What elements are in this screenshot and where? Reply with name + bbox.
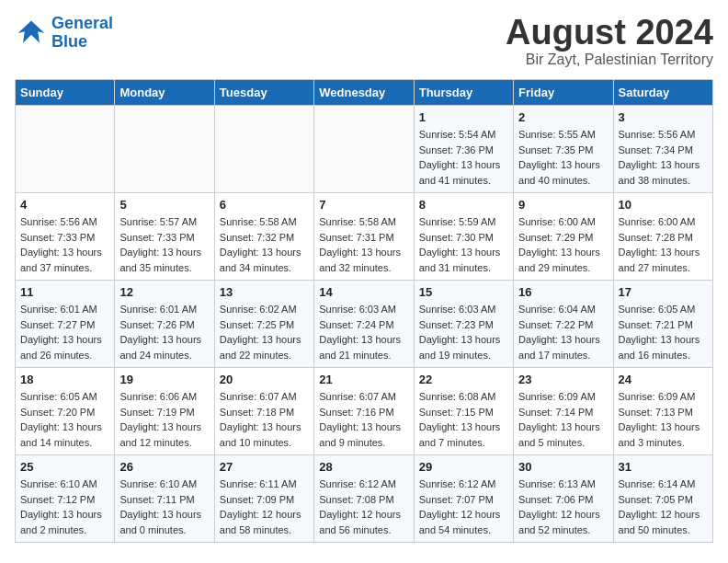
logo-line2: Blue [51,32,87,51]
cell-info: Sunrise: 5:58 AM Sunset: 7:32 PM Dayligh… [220,214,309,275]
cell-day-number: 18 [20,373,109,386]
cell-info: Sunrise: 6:02 AM Sunset: 7:25 PM Dayligh… [220,302,309,362]
logo: General Blue [15,15,113,52]
calendar-cell [115,106,214,193]
calendar-cell: 6Sunrise: 5:58 AM Sunset: 7:32 PM Daylig… [214,193,313,281]
day-header-saturday: Saturday [613,80,712,106]
calendar-cell: 16Sunrise: 6:04 AM Sunset: 7:22 PM Dayli… [514,281,613,368]
calendar-cell: 2Sunrise: 5:55 AM Sunset: 7:35 PM Daylig… [514,106,613,193]
cell-info: Sunrise: 6:00 AM Sunset: 7:28 PM Dayligh… [619,214,708,275]
calendar-cell: 27Sunrise: 6:11 AM Sunset: 7:09 PM Dayli… [214,455,313,543]
cell-day-number: 26 [119,460,209,474]
cell-day-number: 29 [419,460,508,474]
cell-info: Sunrise: 5:57 AM Sunset: 7:33 PM Dayligh… [119,214,209,275]
calendar-cell: 18Sunrise: 6:05 AM Sunset: 7:20 PM Dayli… [16,368,115,455]
cell-info: Sunrise: 6:06 AM Sunset: 7:19 PM Dayligh… [119,389,209,450]
cell-day-number: 23 [518,373,608,386]
calendar-cell: 11Sunrise: 6:01 AM Sunset: 7:27 PM Dayli… [16,281,115,368]
calendar-cell: 21Sunrise: 6:07 AM Sunset: 7:16 PM Dayli… [314,368,414,455]
cell-day-number: 1 [419,110,508,124]
calendar-cell: 9Sunrise: 6:00 AM Sunset: 7:29 PM Daylig… [514,193,613,281]
cell-day-number: 3 [619,110,708,124]
cell-info: Sunrise: 5:56 AM Sunset: 7:34 PM Dayligh… [619,127,708,188]
cell-day-number: 5 [119,198,209,212]
cell-info: Sunrise: 5:54 AM Sunset: 7:36 PM Dayligh… [419,127,508,188]
cell-day-number: 15 [419,285,508,299]
calendar-table: SundayMondayTuesdayWednesdayThursdayFrid… [15,79,713,543]
cell-day-number: 4 [20,198,109,212]
calendar-cell: 17Sunrise: 6:05 AM Sunset: 7:21 PM Dayli… [613,281,712,368]
cell-day-number: 6 [220,198,309,212]
cell-day-number: 8 [419,198,508,212]
calendar-cell: 13Sunrise: 6:02 AM Sunset: 7:25 PM Dayli… [214,281,313,368]
cell-day-number: 7 [319,198,408,212]
cell-day-number: 25 [20,460,109,474]
cell-info: Sunrise: 6:10 AM Sunset: 7:12 PM Dayligh… [20,477,109,537]
calendar-cell: 10Sunrise: 6:00 AM Sunset: 7:28 PM Dayli… [613,193,712,281]
calendar-cell: 28Sunrise: 6:12 AM Sunset: 7:08 PM Dayli… [314,455,414,543]
title-block: August 2024 Bir Zayt, Palestinian Territ… [506,15,713,68]
logo-icon [15,17,48,50]
cell-info: Sunrise: 6:09 AM Sunset: 7:13 PM Dayligh… [619,389,708,450]
day-header-monday: Monday [115,80,214,106]
cell-day-number: 14 [319,285,408,299]
calendar-cell: 20Sunrise: 6:07 AM Sunset: 7:18 PM Dayli… [214,368,313,455]
cell-info: Sunrise: 6:00 AM Sunset: 7:29 PM Dayligh… [518,214,608,275]
calendar-cell: 15Sunrise: 6:03 AM Sunset: 7:23 PM Dayli… [414,281,513,368]
calendar-cell: 22Sunrise: 6:08 AM Sunset: 7:15 PM Dayli… [414,368,513,455]
day-header-sunday: Sunday [16,80,115,106]
calendar-week-row: 18Sunrise: 6:05 AM Sunset: 7:20 PM Dayli… [16,368,713,455]
cell-info: Sunrise: 5:58 AM Sunset: 7:31 PM Dayligh… [319,214,408,275]
calendar-week-row: 1Sunrise: 5:54 AM Sunset: 7:36 PM Daylig… [16,106,713,193]
cell-day-number: 20 [220,373,309,386]
day-header-tuesday: Tuesday [214,80,313,106]
cell-info: Sunrise: 5:56 AM Sunset: 7:33 PM Dayligh… [20,214,109,275]
cell-day-number: 11 [20,285,109,299]
cell-day-number: 13 [220,285,309,299]
cell-day-number: 24 [619,373,708,386]
cell-info: Sunrise: 6:07 AM Sunset: 7:16 PM Dayligh… [319,389,408,450]
cell-info: Sunrise: 6:10 AM Sunset: 7:11 PM Dayligh… [119,477,209,537]
calendar-cell: 12Sunrise: 6:01 AM Sunset: 7:26 PM Dayli… [115,281,214,368]
cell-info: Sunrise: 5:59 AM Sunset: 7:30 PM Dayligh… [419,214,508,275]
calendar-cell [314,106,414,193]
calendar-week-row: 11Sunrise: 6:01 AM Sunset: 7:27 PM Dayli… [16,281,713,368]
logo-line1: General [51,14,113,32]
cell-day-number: 22 [419,373,508,386]
cell-info: Sunrise: 6:09 AM Sunset: 7:14 PM Dayligh… [518,389,608,450]
cell-day-number: 2 [518,110,608,124]
cell-day-number: 31 [619,460,708,474]
cell-info: Sunrise: 6:08 AM Sunset: 7:15 PM Dayligh… [419,389,508,450]
cell-info: Sunrise: 6:11 AM Sunset: 7:09 PM Dayligh… [220,477,309,537]
cell-info: Sunrise: 6:05 AM Sunset: 7:20 PM Dayligh… [20,389,109,450]
cell-day-number: 19 [119,373,209,386]
calendar-cell: 14Sunrise: 6:03 AM Sunset: 7:24 PM Dayli… [314,281,414,368]
main-title: August 2024 [506,15,713,50]
cell-info: Sunrise: 6:12 AM Sunset: 7:07 PM Dayligh… [419,477,508,537]
day-header-thursday: Thursday [414,80,513,106]
calendar-cell: 3Sunrise: 5:56 AM Sunset: 7:34 PM Daylig… [613,106,712,193]
calendar-cell: 26Sunrise: 6:10 AM Sunset: 7:11 PM Dayli… [115,455,214,543]
cell-info: Sunrise: 6:03 AM Sunset: 7:24 PM Dayligh… [319,302,408,362]
calendar-cell: 23Sunrise: 6:09 AM Sunset: 7:14 PM Dayli… [514,368,613,455]
cell-info: Sunrise: 6:01 AM Sunset: 7:27 PM Dayligh… [20,302,109,362]
cell-info: Sunrise: 6:14 AM Sunset: 7:05 PM Dayligh… [619,477,708,537]
cell-day-number: 27 [220,460,309,474]
cell-info: Sunrise: 6:13 AM Sunset: 7:06 PM Dayligh… [518,477,608,537]
calendar-cell: 25Sunrise: 6:10 AM Sunset: 7:12 PM Dayli… [16,455,115,543]
cell-info: Sunrise: 6:03 AM Sunset: 7:23 PM Dayligh… [419,302,508,362]
cell-day-number: 10 [619,198,708,212]
calendar-cell [214,106,313,193]
calendar-week-row: 25Sunrise: 6:10 AM Sunset: 7:12 PM Dayli… [16,455,713,543]
calendar-cell [16,106,115,193]
svg-marker-0 [18,20,45,42]
calendar-cell: 7Sunrise: 5:58 AM Sunset: 7:31 PM Daylig… [314,193,414,281]
cell-info: Sunrise: 5:55 AM Sunset: 7:35 PM Dayligh… [518,127,608,188]
subtitle: Bir Zayt, Palestinian Territory [506,52,713,68]
calendar-cell: 29Sunrise: 6:12 AM Sunset: 7:07 PM Dayli… [414,455,513,543]
calendar-cell: 4Sunrise: 5:56 AM Sunset: 7:33 PM Daylig… [16,193,115,281]
calendar-cell: 5Sunrise: 5:57 AM Sunset: 7:33 PM Daylig… [115,193,214,281]
cell-info: Sunrise: 6:12 AM Sunset: 7:08 PM Dayligh… [319,477,408,537]
calendar-cell: 1Sunrise: 5:54 AM Sunset: 7:36 PM Daylig… [414,106,513,193]
cell-day-number: 16 [518,285,608,299]
